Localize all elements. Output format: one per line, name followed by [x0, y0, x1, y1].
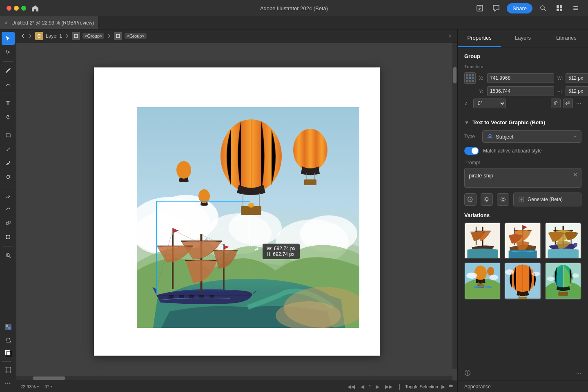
alignment-grid[interactable] [464, 72, 476, 84]
breadcrumb-forward[interactable] [28, 34, 33, 38]
canvas-scrollbar-v[interactable] [452, 43, 457, 369]
close-tab-icon[interactable]: ✕ [4, 20, 8, 26]
variation-4[interactable] [464, 262, 501, 299]
selection-tool[interactable] [2, 32, 15, 45]
transform-more-button[interactable]: ··· [576, 100, 581, 107]
text-tool[interactable]: T [2, 96, 15, 110]
tab-layers[interactable]: Layers [501, 29, 544, 47]
variation-1[interactable] [464, 222, 501, 259]
spiral-tool[interactable] [2, 110, 15, 123]
variation-5[interactable] [504, 262, 541, 299]
rotate-tool[interactable] [2, 203, 15, 216]
paintbrush-tool[interactable] [2, 157, 15, 170]
breadcrumb-scroll-right[interactable] [447, 33, 453, 39]
variation-6[interactable] [545, 262, 581, 299]
illustration-area[interactable]: W: 692.74 px H: 692.74 px [137, 107, 359, 328]
document-tab[interactable]: ✕ Untitled-2* @ 22.93 % (RGB/Preview) [0, 16, 98, 29]
maximize-button[interactable] [21, 6, 26, 11]
svg-rect-28 [38, 37, 40, 38]
window-title: Adobe Illustrator 2024 (Beta) [260, 5, 328, 11]
curvature-tool[interactable] [2, 78, 15, 91]
home-button[interactable] [29, 2, 41, 14]
style-icon-button[interactable] [464, 193, 477, 206]
subject-select-button[interactable]: Subject [482, 130, 581, 143]
canvas-scrollbar-h[interactable] [16, 376, 452, 381]
breadcrumb-layer[interactable]: Layer 1 [46, 33, 62, 39]
rectangle-tool[interactable] [2, 129, 15, 142]
scrollbar-thumb-h[interactable] [33, 376, 65, 380]
svg-rect-17 [9, 238, 10, 239]
prev-page-button[interactable]: ◀◀ [346, 384, 356, 390]
svg-point-56 [198, 189, 210, 203]
scrollbar-thumb-v[interactable] [453, 67, 457, 83]
more-options-button[interactable] [570, 2, 581, 14]
close-button[interactable] [7, 6, 11, 11]
separator-6 [2, 361, 11, 362]
direct-selection-tool[interactable] [2, 46, 15, 59]
minimize-button[interactable] [14, 6, 19, 11]
search-button[interactable] [537, 2, 549, 14]
zoom-control[interactable]: 22.93% [20, 384, 40, 389]
breadcrumb-group2[interactable]: <Group> [125, 33, 146, 39]
perspective-tool[interactable] [2, 334, 15, 347]
prompt-clear-button[interactable]: ✕ [572, 171, 578, 179]
flip-vertical-button[interactable] [563, 99, 573, 108]
transform-section: Transform [464, 64, 581, 108]
breadcrumb-group1[interactable]: <Group> [82, 33, 104, 39]
share-button[interactable]: Share [507, 3, 532, 13]
y-label: Y: [479, 89, 485, 94]
breadcrumb-back[interactable] [20, 34, 25, 38]
more-tools[interactable]: ••• [2, 376, 15, 390]
generate-button[interactable]: Generate (Beta) [513, 193, 581, 206]
grid-cell-7 [466, 80, 468, 82]
prev-button[interactable]: ◀ [359, 384, 365, 390]
svg-rect-7 [573, 8, 578, 9]
transform-with-grid: X: W: [464, 72, 581, 96]
grid-cell-9 [472, 80, 474, 82]
flip-horizontal-button[interactable] [551, 99, 561, 108]
blob-brush-tool[interactable] [2, 170, 15, 184]
svg-rect-29 [74, 34, 78, 38]
scale-tool[interactable] [2, 217, 15, 230]
svg-point-77 [489, 134, 491, 137]
play-button[interactable]: ▶ [441, 384, 445, 390]
pen-tool[interactable] [2, 64, 15, 77]
canvas-wrapper[interactable]: W: 692.74 px H: 692.74 px [16, 43, 457, 381]
divider-1 [464, 115, 581, 115]
angle-select[interactable]: 0°45°90°180° [473, 99, 506, 108]
light-icon-button[interactable] [481, 193, 493, 206]
match-artboard-toggle[interactable] [464, 147, 479, 155]
tab-libraries[interactable]: Libraries [545, 29, 588, 47]
angle-control[interactable]: 0° [45, 384, 53, 389]
prompt-input-area[interactable]: pirate ship ✕ [464, 168, 581, 188]
zoom-tool[interactable] [2, 249, 15, 262]
h-input[interactable] [566, 86, 588, 96]
grid-cell-4 [466, 77, 468, 79]
variation-2[interactable] [504, 222, 541, 259]
record-button[interactable] [448, 383, 453, 390]
svg-rect-16 [6, 238, 7, 239]
panel-more-button[interactable]: ··· [576, 370, 581, 377]
info-button[interactable] [464, 370, 471, 377]
grid-view-button[interactable] [554, 2, 565, 14]
variation-3[interactable] [545, 222, 581, 259]
x-input[interactable] [487, 73, 554, 83]
settings-icon-button[interactable] [497, 193, 509, 206]
t2v-header[interactable]: ▼ Text to Vector Graphic (Beta) [464, 119, 581, 125]
fill-color[interactable] [2, 347, 15, 360]
artboard-tool[interactable] [2, 363, 15, 376]
libraries-icon[interactable] [474, 2, 486, 14]
next-page-button[interactable]: ▶▶ [384, 384, 394, 390]
pencil-tool[interactable] [2, 143, 15, 156]
tab-properties[interactable]: Properties [458, 29, 501, 47]
eraser-tool[interactable] [2, 189, 15, 202]
svg-point-103 [474, 266, 487, 281]
svg-rect-70 [223, 244, 224, 251]
w-input[interactable] [566, 73, 588, 83]
y-input[interactable] [487, 86, 554, 96]
next-button[interactable]: ▶ [374, 384, 381, 390]
image-trace-tool[interactable] [2, 320, 15, 334]
free-transform-tool[interactable] [2, 231, 15, 244]
toggle-selection-label: Toggle Selection [405, 384, 438, 389]
comments-icon[interactable] [490, 2, 502, 14]
